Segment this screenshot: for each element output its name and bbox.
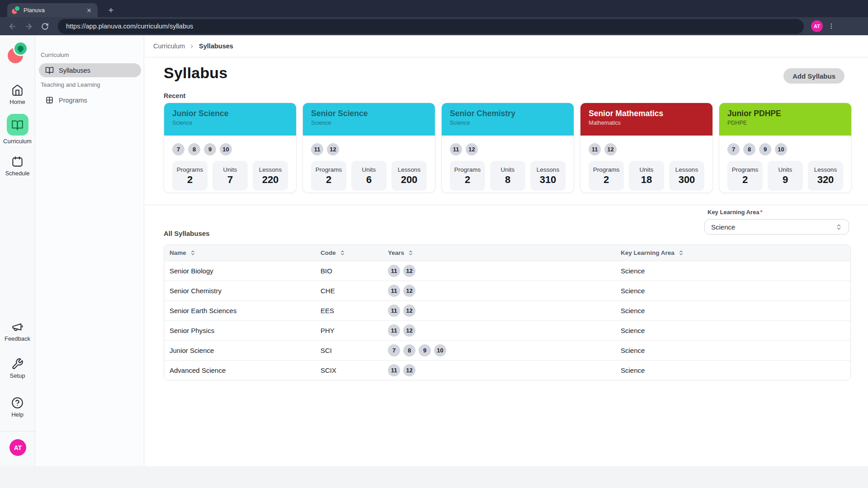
year-badge: 10 [434, 344, 446, 357]
rail-item-curriculum[interactable]: Curriculum [0, 114, 35, 145]
stat-label: Programs [454, 166, 481, 173]
card-header: Senior Science Science [303, 103, 435, 136]
year-badge: 11 [388, 265, 400, 277]
sort-icon[interactable] [408, 250, 414, 256]
rail-item-feedback[interactable]: Feedback [0, 321, 35, 342]
stat-value: 200 [401, 174, 418, 186]
card-stats: Programs 2 Units 7 Lessons 220 [172, 161, 288, 191]
chevron-up-down-icon [835, 224, 842, 230]
rail-label: Schedule [5, 170, 29, 177]
browser-menu-icon[interactable] [826, 20, 837, 32]
column-label: Code [321, 249, 336, 256]
forward-icon[interactable] [22, 19, 35, 33]
sort-icon[interactable] [340, 250, 345, 256]
year-badge: 8 [403, 344, 415, 357]
stat-value: 2 [465, 174, 470, 186]
select-value: Science [711, 223, 835, 231]
rail-label: Home [9, 99, 25, 105]
back-icon[interactable] [5, 19, 19, 33]
stat-value: 320 [817, 174, 834, 186]
syllabus-card[interactable]: Junior Science Science 78910 Programs 2 … [164, 103, 297, 193]
chevron-right-icon [189, 43, 195, 49]
table-row[interactable]: Senior Biology BIO 1112 Science [164, 261, 850, 281]
card-stats: Programs 2 Units 18 Lessons 300 [589, 161, 704, 191]
card-stats: Programs 2 Units 9 Lessons 320 [727, 161, 843, 191]
help-circle-icon [11, 397, 24, 409]
refresh-icon[interactable] [38, 19, 52, 33]
syllabus-card[interactable]: Senior Chemistry Science 1112 Programs 2… [441, 103, 574, 193]
card-subtitle: Mathematics [589, 120, 704, 126]
stat-label: Units [778, 166, 793, 173]
year-badge: 8 [743, 143, 755, 155]
table-row[interactable]: Senior Earth Sciences EES 1112 Science [164, 300, 850, 320]
cell-name: Senior Biology [164, 267, 315, 275]
section-divider [145, 205, 868, 205]
tab-close-icon[interactable] [85, 6, 93, 14]
breadcrumb: Curriculum Syllabuses [145, 35, 868, 57]
stat-value: 310 [540, 174, 557, 186]
user-avatar[interactable]: AT [9, 439, 26, 456]
add-syllabus-button[interactable]: Add Syllabus [783, 68, 844, 84]
column-header-code[interactable]: Code [315, 249, 382, 256]
all-syllabuses-heading: All Syllabuses [164, 230, 210, 237]
programs-stat: Programs 2 [450, 161, 485, 191]
table-row[interactable]: Senior Chemistry CHE 1112 Science [164, 281, 850, 300]
sort-icon[interactable] [190, 250, 196, 256]
column-header-kla[interactable]: Key Learning Area [615, 249, 850, 256]
cell-kla: Science [615, 347, 850, 354]
year-badge: 10 [775, 143, 787, 155]
rail-item-help[interactable]: Help [0, 397, 35, 418]
lessons-stat: Lessons 310 [530, 161, 566, 191]
column-label: Name [170, 249, 186, 256]
programs-stat: Programs 2 [589, 161, 624, 191]
new-tab-icon[interactable] [105, 4, 117, 16]
table-row[interactable]: Junior Science SCI 78910 Science [164, 340, 850, 360]
programs-stat: Programs 2 [727, 161, 763, 191]
sidebar-item-programs[interactable]: Programs [39, 93, 141, 107]
rail-item-schedule[interactable]: Schedule [0, 155, 35, 177]
table-row[interactable]: Senior Physics PHY 1112 Science [164, 320, 850, 340]
stat-label: Lessons [675, 166, 698, 173]
syllabus-card[interactable]: Junior PDHPE PDHPE 78910 Programs 2 Unit… [719, 103, 852, 193]
browser-chrome: Planuva https://app.planuva.com/curricul… [0, 0, 868, 35]
card-year-badges: 1112 [450, 143, 566, 155]
key-learning-area-select[interactable]: Science [704, 219, 849, 235]
cell-kla: Science [615, 366, 850, 374]
sort-icon[interactable] [678, 250, 684, 256]
column-label: Years [388, 249, 404, 256]
stat-value: 2 [742, 174, 748, 186]
card-year-badges: 78910 [727, 143, 843, 155]
programs-stat: Programs 2 [311, 161, 346, 191]
rail-item-home[interactable]: Home [0, 84, 35, 105]
year-badge: 11 [388, 364, 400, 376]
syllabus-card[interactable]: Senior Science Science 1112 Programs 2 U… [302, 103, 435, 193]
stat-value: 18 [641, 174, 652, 186]
column-header-name[interactable]: Name [164, 249, 315, 256]
sidebar-item-label: Syllabuses [59, 67, 90, 74]
year-badge: 12 [403, 265, 415, 277]
stat-label: Units [223, 166, 237, 173]
tab-strip: Planuva [0, 0, 868, 17]
breadcrumb-parent[interactable]: Curriculum [153, 42, 185, 50]
cell-code: CHE [315, 287, 382, 295]
url-bar[interactable]: https://app.planuva.com/curriculum/sylla… [58, 19, 804, 34]
card-year-badges: 1112 [311, 143, 427, 155]
stat-value: 2 [604, 174, 609, 186]
table-row[interactable]: Advanced Science SCIX 1112 Science [164, 360, 850, 380]
column-header-years[interactable]: Years [382, 249, 615, 256]
syllabus-card[interactable]: Senior Mathematics Mathematics 1112 Prog… [580, 103, 713, 193]
grid-icon [45, 96, 54, 104]
breadcrumb-current: Syllabuses [199, 42, 233, 50]
year-badge: 8 [188, 143, 200, 155]
sidebar-item-syllabuses[interactable]: Syllabuses [39, 63, 141, 77]
browser-profile-avatar[interactable]: AT [811, 20, 823, 32]
cell-name: Senior Physics [164, 327, 315, 334]
planuva-logo [8, 42, 28, 64]
stat-label: Programs [732, 166, 759, 173]
card-year-badges: 1112 [589, 143, 704, 155]
browser-tab[interactable]: Planuva [7, 3, 98, 17]
secondary-sidebar: Curriculum Syllabuses Teaching and Learn… [36, 35, 144, 466]
rail-item-setup[interactable]: Setup [0, 358, 35, 379]
panel-section-title: Curriculum [41, 52, 69, 58]
stat-label: Lessons [814, 166, 837, 173]
